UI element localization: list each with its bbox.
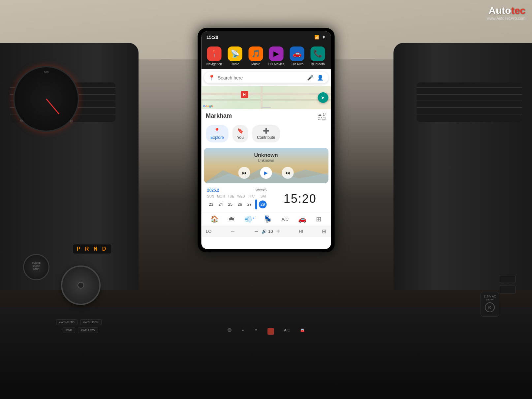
status-bar: 15:20 📶 ☀: [201, 31, 331, 43]
brand-colored-text: tec: [511, 5, 525, 16]
ac-physical-label: A/C: [284, 328, 290, 335]
map-road-v: [261, 86, 263, 109]
fan-icon[interactable]: 💨2: [244, 215, 254, 223]
calendar-week: Week5: [256, 188, 267, 193]
today-indicator: [255, 200, 257, 209]
contribute-label: Contribute: [257, 135, 275, 140]
right-vent: [417, 82, 522, 122]
up-arrow[interactable]: ▲: [241, 328, 244, 335]
prev-button[interactable]: ⏮: [238, 167, 250, 179]
app-bluetooth[interactable]: 📞 Bluetooth: [307, 46, 328, 66]
app-icons-row: 📍 Navigation 📡 Radio 🎵 Music ▶ HD Movies…: [201, 43, 331, 69]
you-label: You: [237, 135, 244, 140]
app-music[interactable]: 🎵 Music: [245, 46, 266, 66]
search-action-icons: 🎤 👤: [307, 75, 324, 81]
hw-btn-1: [227, 328, 231, 332]
navigation-icon: 📍: [207, 46, 221, 61]
navigation-button[interactable]: ➤: [318, 92, 328, 103]
wifi-icon: 📶: [314, 35, 319, 40]
gear-selector-display: P R N D: [73, 244, 112, 254]
volume-level-display: 🔊 10: [262, 229, 273, 234]
home-icon[interactable]: 🏠: [210, 215, 219, 223]
account-icon[interactable]: 👤: [317, 75, 324, 81]
app-car-auto[interactable]: 🚗 Car Auto: [287, 46, 307, 66]
calendar-days: 23 24 25 26 27 29: [207, 200, 267, 209]
ac-outlet: 115 V AC 150 W ⊙: [481, 292, 499, 317]
explore-label: Explore: [210, 135, 224, 140]
vehicle-icon-physical: 🚘: [300, 328, 305, 335]
calendar-widget: 2025.2 Week5 SUN MON TUE WED THU SAT 23 …: [204, 185, 270, 212]
music-subtitle: Unknown: [209, 158, 323, 163]
seat-heat-icon[interactable]: 💺: [264, 215, 272, 223]
autotec-logo: Autotec www.AutoTecPro.com: [487, 5, 525, 21]
hdmovies-label: HD Movies: [268, 62, 284, 66]
volume-plus-button[interactable]: +: [276, 228, 280, 235]
map-road-h: [201, 93, 331, 95]
rotary-dial[interactable]: [61, 265, 101, 305]
car-screen: 15:20 📶 ☀ 📍 Navigation 📡 Radio 🎵 Music ▶…: [201, 31, 331, 249]
explore-icon: 📍: [214, 128, 220, 134]
music-info: Unknown Unknown: [209, 152, 323, 163]
explore-button[interactable]: 📍 Explore: [206, 125, 229, 142]
hospital-marker: H: [241, 91, 248, 98]
volume-hi-label: HI: [299, 229, 303, 234]
app-hd-movies[interactable]: ▶ HD Movies: [266, 46, 287, 66]
map-bg: [201, 86, 331, 109]
carauto-icon: 🚗: [290, 46, 304, 61]
speaker-icon: 🔊: [262, 229, 267, 234]
speedometer-needle: [46, 99, 59, 114]
volume-bar: LO ← − 🔊 10 + HI ⊞: [201, 226, 331, 237]
bottom-widgets: 2025.2 Week5 SUN MON TUE WED THU SAT 23 …: [204, 185, 328, 212]
calendar-days-header: SUN MON TUE WED THU SAT: [207, 195, 267, 198]
location-name: Markham: [206, 112, 232, 119]
car-icon[interactable]: 🚗: [298, 215, 306, 223]
volume-controls: − 🔊 10 +: [254, 228, 280, 235]
map-display[interactable]: H ➤ Google: [201, 86, 331, 109]
carauto-label: Car Auto: [291, 62, 303, 66]
radio-icon: 📡: [228, 46, 242, 61]
engine-start-button[interactable]: ENGINESTARTSTOP: [23, 254, 49, 280]
mic-icon[interactable]: 🎤: [307, 75, 314, 81]
app-navigation[interactable]: 📍 Navigation: [204, 46, 225, 66]
play-button[interactable]: ▶: [260, 167, 272, 179]
apps-grid-icon[interactable]: ⊞: [322, 228, 326, 234]
weather-info: ☁ 1° 2 AQI: [318, 112, 326, 120]
calendar-header: 2025.2 Week5: [207, 188, 267, 193]
grid-icon[interactable]: ⊞: [316, 215, 322, 223]
contribute-button[interactable]: ➕ Contribute: [252, 125, 280, 142]
navigation-label: Navigation: [206, 62, 222, 66]
speedometer: 160 40 80: [13, 66, 79, 132]
bottom-controls: 🏠 🌧 💨2 💺 A/C 🚗 ⊞: [201, 212, 331, 226]
status-time: 15:20: [206, 35, 218, 40]
radio-label: Radio: [231, 62, 239, 66]
app-radio[interactable]: 📡 Radio: [225, 46, 245, 66]
down-arrow[interactable]: ▼: [254, 328, 258, 335]
bluetooth-label: Bluetooth: [311, 62, 325, 66]
status-icons: 📶 ☀: [314, 35, 326, 40]
google-maps-pin-icon: 📍: [208, 75, 215, 81]
google-logo: Google: [203, 105, 213, 108]
rain-icon[interactable]: 🌧: [228, 215, 235, 223]
hazard-button[interactable]: [267, 328, 274, 335]
music-title: Unknown: [209, 152, 323, 158]
volume-level: 10: [268, 229, 273, 234]
contribute-icon: ➕: [263, 128, 269, 134]
search-bar[interactable]: 📍 Search here 🎤 👤: [204, 72, 328, 83]
back-icon[interactable]: ←: [230, 229, 235, 234]
brightness-icon: ☀: [322, 35, 326, 40]
volume-minus-button[interactable]: −: [254, 228, 258, 235]
4wd-controls: 4WD AUTO 4WD LOCK 2WD 4WD LOW: [56, 319, 102, 333]
calendar-year-month: 2025.2: [207, 188, 219, 193]
music-player: Unknown Unknown ⏮ ▶ ⏭: [204, 148, 328, 183]
search-placeholder: Search here: [218, 75, 304, 80]
right-controls: [499, 275, 516, 293]
music-icon: 🎵: [248, 46, 263, 61]
you-button[interactable]: 🔖 You: [233, 125, 248, 142]
hardware-buttons: ▲ ▼ A/C 🚘: [227, 328, 304, 335]
brand-name: Autotec: [487, 5, 525, 16]
next-button[interactable]: ⏭: [282, 167, 294, 179]
map-road-h2: [201, 99, 331, 101]
hdmovies-icon: ▶: [269, 46, 284, 61]
you-icon: 🔖: [237, 128, 244, 134]
ac-control[interactable]: A/C: [281, 217, 289, 222]
